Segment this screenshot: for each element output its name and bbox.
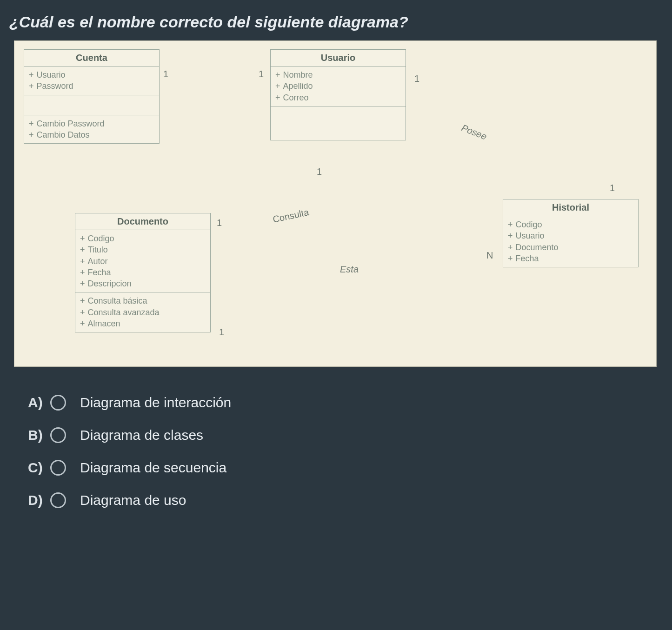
mult-documento-self: 1 [219,327,224,338]
question-text: ¿Cuál es el nombre correcto del siguient… [0,0,672,40]
class-documento-op: Consulta básica [88,296,147,305]
class-historial-attr: Documento [516,243,559,252]
mult-historial-left: N [486,250,493,261]
class-documento-title: Documento [75,213,210,230]
class-cuenta-attr: Usuario [37,70,66,80]
class-historial-attr: Codigo [516,220,542,229]
radio-icon[interactable] [50,427,66,443]
class-cuenta-attr: Password [37,81,73,91]
mult-usuario-right: 1 [414,73,419,84]
radio-icon[interactable] [50,395,66,411]
option-b-label: Diagrama de clases [80,427,203,443]
class-usuario-title: Usuario [271,50,406,66]
class-documento-attr: Titulo [88,245,108,254]
mult-historial-top: 1 [610,183,615,193]
option-a-label: Diagrama de interacción [80,395,231,411]
class-historial-attr: Fecha [516,254,539,263]
class-documento-attr: Codigo [88,234,114,243]
class-historial: Historial +Codigo +Usuario +Documento +F… [503,199,639,267]
option-d[interactable]: D) Diagrama de uso [28,492,672,508]
class-historial-attr: Usuario [516,231,545,240]
class-usuario-attr: Apellido [283,81,313,91]
mult-cuenta-right: 1 [163,69,168,80]
option-a-letter: A) [28,395,50,411]
class-usuario-attr: Correo [283,93,309,102]
class-cuenta-op: Cambio Password [37,119,105,128]
diagram-panel: Cuenta +Usuario +Password +Cambio Passwo… [14,40,657,367]
option-c-label: Diagrama de secuencia [80,460,226,476]
mult-usuario-left: 1 [259,69,264,80]
class-historial-title: Historial [503,199,638,216]
class-documento-attr: Autor [88,257,108,266]
option-d-letter: D) [28,492,50,508]
class-documento: Documento +Codigo +Titulo +Autor +Fecha … [75,213,211,332]
option-d-label: Diagrama de uso [80,492,186,508]
class-documento-op: Consulta avanzada [88,308,160,317]
assoc-esta: Esta [340,264,359,275]
class-cuenta-title: Cuenta [24,50,159,66]
class-documento-attr: Fecha [88,268,111,277]
class-documento-op: Almacen [88,319,120,328]
radio-icon[interactable] [50,460,66,476]
assoc-posee: Posee [460,122,488,142]
radio-icon[interactable] [50,492,66,508]
mult-documento-right: 1 [217,218,222,228]
option-b[interactable]: B) Diagrama de clases [28,427,672,443]
answer-options: A) Diagrama de interacción B) Diagrama d… [0,395,672,508]
class-usuario: Usuario +Nombre +Apellido +Correo [270,49,406,140]
assoc-consulta: Consulta [272,207,310,225]
option-c-letter: C) [28,460,50,476]
mult-usuario-bottom: 1 [317,166,322,177]
option-c[interactable]: C) Diagrama de secuencia [28,460,672,476]
option-b-letter: B) [28,427,50,443]
option-a[interactable]: A) Diagrama de interacción [28,395,672,411]
class-documento-attr: Descripcion [88,279,132,288]
class-cuenta-op: Cambio Datos [37,130,90,139]
class-usuario-attr: Nombre [283,70,313,80]
class-cuenta: Cuenta +Usuario +Password +Cambio Passwo… [24,49,160,144]
